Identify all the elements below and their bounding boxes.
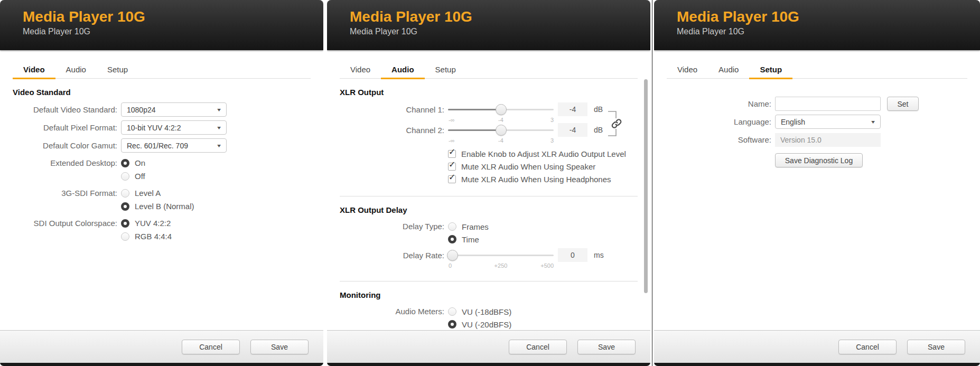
extended-desktop-option-off[interactable]: Off [121,170,145,183]
channel-1-value[interactable]: -4 [558,102,587,116]
tab-setup[interactable]: Setup [749,62,792,78]
language-label: Language: [667,115,771,129]
cancel-button[interactable]: Cancel [509,340,567,354]
save-button[interactable]: Save [250,340,309,354]
tab-audio[interactable]: Audio [381,62,425,78]
tick-label: -4 [498,137,503,144]
desktop: Media Player 10G Media Player 10G Video … [0,0,980,366]
default-pixel-format-value: 10-bit YUV 4:2:2 [127,124,181,132]
tick-label: 0 [449,262,452,269]
window-title: Media Player 10G [350,8,650,25]
save-button[interactable]: Save [907,340,965,354]
slider-thumb[interactable] [496,104,507,115]
radio-selected-icon[interactable] [448,235,456,243]
mute-headphones-checkbox-row[interactable]: ✓ Mute XLR Audio When Using Headphones [448,173,638,185]
radio-icon[interactable] [121,232,129,241]
checkmark-icon: ✓ [449,148,455,156]
default-color-gamut-select[interactable]: Rec. 601/Rec. 709 ▼ [121,138,227,153]
set-button[interactable]: Set [887,97,919,111]
audio-settings-window: Media Player 10G Media Player 10G Video … [327,0,650,366]
slider-thumb[interactable] [496,125,507,136]
cancel-button[interactable]: Cancel [182,340,240,354]
channel-2-row: Channel 2: -∞ -4 3 -4 dB [340,123,638,145]
language-select[interactable]: English ▼ [775,115,881,129]
radio-icon[interactable] [121,189,129,198]
checkbox-checked-icon[interactable]: ✓ [448,175,456,183]
radio-selected-icon[interactable] [448,320,456,329]
tab-bar: Video Audio Setup [667,50,967,79]
audio-meters-option-vu18[interactable]: VU (-18dBFS) [448,305,518,318]
tick-label: -∞ [449,137,455,144]
channel-2-slider[interactable]: -∞ -4 3 [448,123,554,145]
tick-label: -∞ [449,117,455,123]
section-monitoring: Monitoring [340,290,638,299]
tab-video[interactable]: Video [340,62,381,78]
radio-selected-icon[interactable] [121,219,129,228]
software-row: Software: Version 15.0 [667,133,967,147]
sdi-colorspace-option-rgb[interactable]: RGB 4:4:4 [121,230,172,243]
vertical-scrollbar[interactable] [644,79,648,293]
checkmark-icon: ✓ [449,161,455,169]
enable-knob-checkbox-row[interactable]: ✓ Enable Knob to Adjust XLR Audio Output… [448,147,638,160]
delay-type-row: Delay Type: Frames Time [340,220,638,246]
section-divider [340,196,638,196]
sdi-format-option-level-b[interactable]: Level B (Normal) [121,200,194,213]
tab-video[interactable]: Video [667,62,708,78]
link-channels-icon[interactable] [607,106,625,142]
cancel-button[interactable]: Cancel [838,340,897,354]
default-color-gamut-row: Default Color Gamut: Rec. 601/Rec. 709 ▼ [13,138,311,153]
language-value: English [781,118,805,126]
tab-audio[interactable]: Audio [708,62,749,78]
sdi-format-option-level-a[interactable]: Level A [121,186,194,200]
delay-rate-label: Delay Rate: [340,248,444,262]
channel-1-row: Channel 1: -∞ -4 3 -4 dB [340,102,638,125]
chevron-down-icon: ▼ [216,107,222,112]
radio-icon[interactable] [448,222,456,231]
delay-type-option-time[interactable]: Time [448,233,489,246]
window-header: Media Player 10G Media Player 10G [327,0,650,50]
name-input[interactable] [775,97,881,111]
channel-1-slider[interactable]: -∞ -4 3 [448,102,554,125]
delay-rate-row: Delay Rate: 0 +250 +500 0 ms [340,248,638,270]
chevron-down-icon: ▼ [870,119,876,125]
channel-2-unit: dB [594,123,603,137]
checkbox-checked-icon[interactable]: ✓ [448,150,456,158]
software-version-value: Version 15.0 [775,133,881,147]
audio-meters-option-vu20[interactable]: VU (-20dBFS) [448,318,518,330]
language-row: Language: English ▼ [667,115,967,129]
section-video-standard: Video Standard [13,88,311,97]
delay-type-option-frames[interactable]: Frames [448,220,489,233]
chevron-down-icon: ▼ [216,143,222,148]
delay-rate-slider[interactable]: 0 +250 +500 [448,248,554,270]
slider-thumb[interactable] [447,250,458,261]
delay-rate-value[interactable]: 0 [558,248,587,262]
window-header: Media Player 10G Media Player 10G [0,0,323,50]
dialog-footer: Cancel Save [654,330,980,363]
radio-icon[interactable] [448,307,456,316]
tab-audio[interactable]: Audio [55,62,97,78]
section-xlr-output-delay: XLR Output Delay [340,205,638,214]
delay-type-label: Delay Type: [340,220,444,233]
channel-2-value[interactable]: -4 [558,123,587,137]
save-diagnostic-log-button[interactable]: Save Diagnostic Log [775,153,863,167]
extended-desktop-option-on[interactable]: On [121,156,145,170]
audio-meters-row: Audio Meters: VU (-18dBFS) VU (-20dBFS) [340,305,638,330]
default-pixel-format-label: Default Pixel Format: [13,120,117,135]
default-video-standard-select[interactable]: 1080p24 ▼ [121,102,227,117]
radio-selected-icon[interactable] [121,202,129,211]
tab-setup[interactable]: Setup [97,62,138,78]
tick-label: -4 [498,117,503,123]
checkbox-checked-icon[interactable]: ✓ [448,163,456,171]
tab-setup[interactable]: Setup [425,62,466,78]
default-pixel-format-select[interactable]: 10-bit YUV 4:2:2 ▼ [121,120,227,135]
mute-speaker-checkbox-row[interactable]: ✓ Mute XLR Audio When Using Speaker [448,160,638,173]
default-video-standard-value: 1080p24 [127,106,156,114]
sdi-colorspace-option-yuv[interactable]: YUV 4:2:2 [121,217,172,230]
radio-icon[interactable] [121,172,129,181]
channel-1-label: Channel 1: [340,102,444,117]
tab-video[interactable]: Video [13,62,55,78]
video-settings-window: Media Player 10G Media Player 10G Video … [0,0,323,366]
radio-selected-icon[interactable] [121,159,129,167]
save-button[interactable]: Save [577,340,636,354]
setup-settings-window: Media Player 10G Media Player 10G Video … [654,0,980,366]
